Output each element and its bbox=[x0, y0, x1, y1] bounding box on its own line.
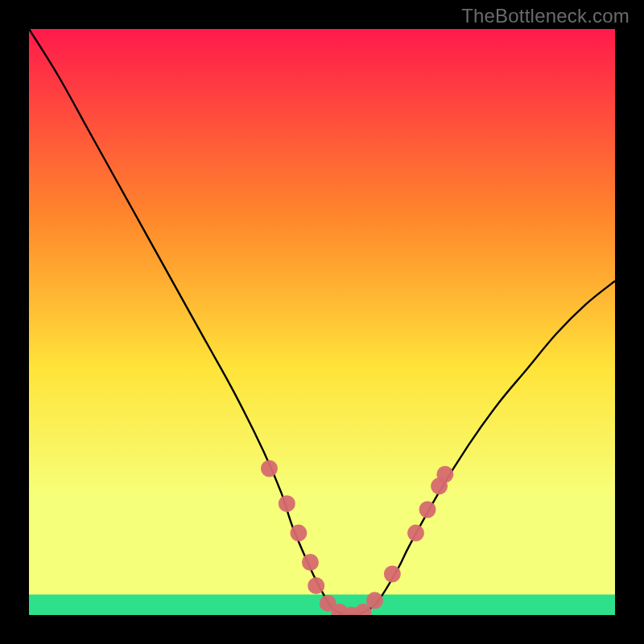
plot-area bbox=[29, 29, 615, 624]
curve-marker bbox=[308, 577, 324, 594]
curve-marker bbox=[384, 566, 401, 583]
curve-marker bbox=[407, 525, 424, 542]
bottleneck-chart bbox=[0, 0, 644, 644]
curve-marker bbox=[436, 466, 453, 483]
curve-marker bbox=[302, 554, 319, 571]
watermark-text: TheBottleneck.com bbox=[461, 5, 630, 27]
curve-marker bbox=[261, 460, 278, 477]
curve-marker bbox=[366, 592, 383, 609]
plot-background bbox=[29, 29, 615, 615]
curve-marker bbox=[279, 495, 295, 512]
chart-container: TheBottleneck.com bbox=[0, 0, 644, 644]
curve-marker bbox=[419, 501, 436, 518]
curve-marker bbox=[290, 525, 307, 542]
